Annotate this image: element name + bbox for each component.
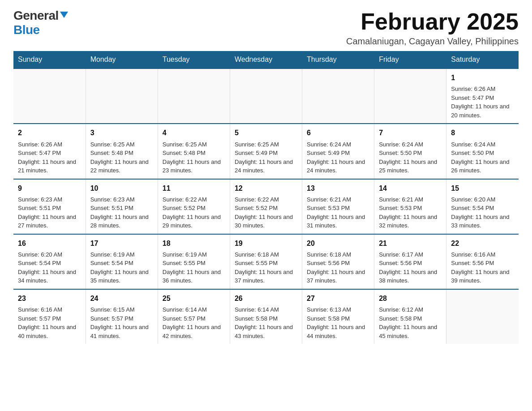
calendar-day-cell: 16Sunrise: 6:20 AMSunset: 5:54 PMDayligh…: [13, 234, 86, 289]
calendar-header-day: Monday: [86, 51, 158, 68]
calendar-header-row: SundayMondayTuesdayWednesdayThursdayFrid…: [13, 51, 519, 68]
page-header: General Blue February 2025 Camalaniugan,…: [13, 9, 519, 47]
calendar-day-cell: 9Sunrise: 6:23 AMSunset: 5:51 PMDaylight…: [13, 179, 86, 234]
day-number: 16: [18, 238, 81, 248]
calendar-day-cell: [446, 289, 519, 344]
day-info: Sunrise: 6:14 AMSunset: 5:58 PMDaylight:…: [235, 305, 297, 340]
calendar-header-day: Wednesday: [230, 51, 302, 68]
calendar-day-cell: 12Sunrise: 6:22 AMSunset: 5:52 PMDayligh…: [230, 179, 302, 234]
day-info: Sunrise: 6:18 AMSunset: 5:56 PMDaylight:…: [307, 250, 369, 285]
calendar-day-cell: 22Sunrise: 6:16 AMSunset: 5:56 PMDayligh…: [446, 234, 519, 289]
day-info: Sunrise: 6:16 AMSunset: 5:57 PMDaylight:…: [18, 305, 81, 340]
day-info: Sunrise: 6:22 AMSunset: 5:52 PMDaylight:…: [235, 195, 297, 230]
calendar-day-cell: 8Sunrise: 6:24 AMSunset: 5:50 PMDaylight…: [446, 124, 519, 179]
month-title: February 2025: [346, 9, 519, 34]
day-info: Sunrise: 6:17 AMSunset: 5:56 PMDaylight:…: [379, 250, 442, 285]
day-number: 1: [451, 73, 514, 83]
calendar-body: 1Sunrise: 6:26 AMSunset: 5:47 PMDaylight…: [13, 68, 519, 344]
day-info: Sunrise: 6:19 AMSunset: 5:54 PMDaylight:…: [90, 250, 153, 285]
day-number: 11: [163, 183, 225, 193]
calendar-week-row: 1Sunrise: 6:26 AMSunset: 5:47 PMDaylight…: [13, 68, 519, 124]
calendar-day-cell: [302, 68, 374, 124]
logo-general-text: General: [13, 9, 59, 23]
day-info: Sunrise: 6:23 AMSunset: 5:51 PMDaylight:…: [18, 195, 81, 230]
day-info: Sunrise: 6:22 AMSunset: 5:52 PMDaylight:…: [163, 195, 225, 230]
logo: General Blue: [13, 9, 68, 37]
calendar-day-cell: [13, 68, 86, 124]
day-number: 22: [451, 238, 514, 248]
day-number: 6: [307, 128, 369, 138]
calendar-day-cell: 14Sunrise: 6:21 AMSunset: 5:53 PMDayligh…: [374, 179, 446, 234]
location-title: Camalaniugan, Cagayan Valley, Philippine…: [346, 36, 519, 47]
day-info: Sunrise: 6:23 AMSunset: 5:51 PMDaylight:…: [90, 195, 153, 230]
day-number: 4: [163, 128, 225, 138]
day-info: Sunrise: 6:18 AMSunset: 5:55 PMDaylight:…: [235, 250, 297, 285]
day-number: 10: [90, 183, 153, 193]
day-number: 17: [90, 238, 153, 248]
calendar-day-cell: 3Sunrise: 6:25 AMSunset: 5:48 PMDaylight…: [86, 124, 158, 179]
calendar-day-cell: 26Sunrise: 6:14 AMSunset: 5:58 PMDayligh…: [230, 289, 302, 344]
day-number: 23: [18, 293, 81, 304]
day-info: Sunrise: 6:20 AMSunset: 5:54 PMDaylight:…: [451, 195, 514, 230]
day-info: Sunrise: 6:20 AMSunset: 5:54 PMDaylight:…: [18, 250, 81, 285]
calendar-week-row: 16Sunrise: 6:20 AMSunset: 5:54 PMDayligh…: [13, 234, 519, 289]
day-number: 9: [18, 183, 81, 193]
logo-blue-text: Blue: [13, 23, 40, 37]
day-number: 26: [235, 293, 297, 304]
day-info: Sunrise: 6:21 AMSunset: 5:53 PMDaylight:…: [307, 195, 369, 230]
calendar-header-day: Saturday: [446, 51, 519, 68]
day-info: Sunrise: 6:12 AMSunset: 5:58 PMDaylight:…: [379, 305, 442, 340]
calendar-header-day: Tuesday: [158, 51, 230, 68]
calendar-day-cell: 21Sunrise: 6:17 AMSunset: 5:56 PMDayligh…: [374, 234, 446, 289]
calendar-week-row: 23Sunrise: 6:16 AMSunset: 5:57 PMDayligh…: [13, 289, 519, 344]
calendar-table: SundayMondayTuesdayWednesdayThursdayFrid…: [13, 51, 519, 344]
calendar-day-cell: 13Sunrise: 6:21 AMSunset: 5:53 PMDayligh…: [302, 179, 374, 234]
day-info: Sunrise: 6:25 AMSunset: 5:48 PMDaylight:…: [90, 140, 153, 175]
day-info: Sunrise: 6:16 AMSunset: 5:56 PMDaylight:…: [451, 250, 514, 285]
calendar-week-row: 2Sunrise: 6:26 AMSunset: 5:47 PMDaylight…: [13, 124, 519, 179]
calendar-header-day: Friday: [374, 51, 446, 68]
calendar-header-day: Thursday: [302, 51, 374, 68]
calendar-day-cell: 20Sunrise: 6:18 AMSunset: 5:56 PMDayligh…: [302, 234, 374, 289]
day-number: 19: [235, 238, 297, 248]
calendar-day-cell: 6Sunrise: 6:24 AMSunset: 5:49 PMDaylight…: [302, 124, 374, 179]
day-info: Sunrise: 6:26 AMSunset: 5:47 PMDaylight:…: [18, 140, 81, 175]
calendar-day-cell: [230, 68, 302, 124]
calendar-day-cell: 10Sunrise: 6:23 AMSunset: 5:51 PMDayligh…: [86, 179, 158, 234]
day-info: Sunrise: 6:24 AMSunset: 5:50 PMDaylight:…: [379, 140, 442, 175]
calendar-header: SundayMondayTuesdayWednesdayThursdayFrid…: [13, 51, 519, 68]
day-info: Sunrise: 6:15 AMSunset: 5:57 PMDaylight:…: [90, 305, 153, 340]
calendar-day-cell: 24Sunrise: 6:15 AMSunset: 5:57 PMDayligh…: [86, 289, 158, 344]
day-number: 25: [163, 293, 225, 304]
calendar-day-cell: 23Sunrise: 6:16 AMSunset: 5:57 PMDayligh…: [13, 289, 86, 344]
logo-triangle-icon: [60, 12, 68, 18]
day-number: 24: [90, 293, 153, 304]
calendar-day-cell: 7Sunrise: 6:24 AMSunset: 5:50 PMDaylight…: [374, 124, 446, 179]
day-info: Sunrise: 6:25 AMSunset: 5:48 PMDaylight:…: [163, 140, 225, 175]
calendar-day-cell: 27Sunrise: 6:13 AMSunset: 5:58 PMDayligh…: [302, 289, 374, 344]
calendar-day-cell: 2Sunrise: 6:26 AMSunset: 5:47 PMDaylight…: [13, 124, 86, 179]
day-info: Sunrise: 6:19 AMSunset: 5:55 PMDaylight:…: [163, 250, 225, 285]
calendar-day-cell: 11Sunrise: 6:22 AMSunset: 5:52 PMDayligh…: [158, 179, 230, 234]
day-number: 18: [163, 238, 225, 248]
calendar-day-cell: 28Sunrise: 6:12 AMSunset: 5:58 PMDayligh…: [374, 289, 446, 344]
calendar-week-row: 9Sunrise: 6:23 AMSunset: 5:51 PMDaylight…: [13, 179, 519, 234]
day-number: 21: [379, 238, 442, 248]
calendar-day-cell: 19Sunrise: 6:18 AMSunset: 5:55 PMDayligh…: [230, 234, 302, 289]
calendar-day-cell: 25Sunrise: 6:14 AMSunset: 5:57 PMDayligh…: [158, 289, 230, 344]
calendar-day-cell: 4Sunrise: 6:25 AMSunset: 5:48 PMDaylight…: [158, 124, 230, 179]
calendar-day-cell: [374, 68, 446, 124]
calendar-day-cell: 17Sunrise: 6:19 AMSunset: 5:54 PMDayligh…: [86, 234, 158, 289]
title-section: February 2025 Camalaniugan, Cagayan Vall…: [346, 9, 519, 47]
calendar-day-cell: [158, 68, 230, 124]
day-info: Sunrise: 6:26 AMSunset: 5:47 PMDaylight:…: [451, 85, 514, 120]
day-number: 15: [451, 183, 514, 193]
calendar-day-cell: [86, 68, 158, 124]
day-number: 14: [379, 183, 442, 193]
day-number: 2: [18, 128, 81, 138]
day-info: Sunrise: 6:24 AMSunset: 5:50 PMDaylight:…: [451, 140, 514, 175]
day-number: 27: [307, 293, 369, 304]
day-number: 8: [451, 128, 514, 138]
day-number: 5: [235, 128, 297, 138]
calendar-day-cell: 18Sunrise: 6:19 AMSunset: 5:55 PMDayligh…: [158, 234, 230, 289]
